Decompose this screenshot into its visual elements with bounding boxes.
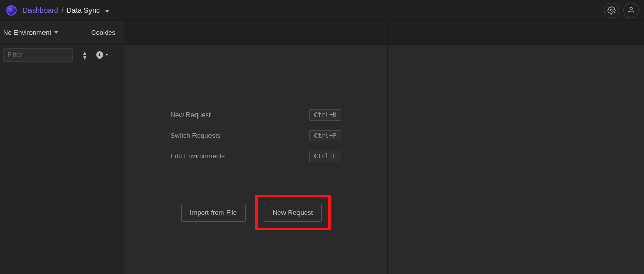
- empty-state-actions: Import from File New Request: [181, 195, 331, 230]
- gear-icon: [607, 6, 616, 15]
- app-logo: [5, 4, 18, 17]
- plus-icon: +: [96, 51, 103, 59]
- response-pane: [388, 21, 644, 274]
- request-pane: New Request Ctrl+N Switch Requests Ctrl+…: [124, 21, 388, 274]
- shortcut-label: New Request: [171, 111, 310, 119]
- response-tabbar: [388, 21, 644, 45]
- empty-state: New Request Ctrl+N Switch Requests Ctrl+…: [124, 45, 387, 274]
- environment-label: No Environment: [3, 28, 51, 36]
- chevron-down-icon: [105, 10, 109, 13]
- sidebar-tools: ▴▾ +: [0, 45, 124, 65]
- svg-point-0: [610, 9, 612, 11]
- breadcrumb: Dashboard / Data Sync: [23, 6, 109, 15]
- shortcut-label: Switch Requests: [171, 132, 310, 139]
- chevron-down-icon: [105, 54, 108, 56]
- logo-icon: [6, 5, 17, 16]
- shortcut-label: Edit Environments: [171, 152, 310, 160]
- sort-icon: ▴▾: [83, 50, 85, 61]
- filter-input[interactable]: [3, 48, 73, 62]
- shortcut-list: New Request Ctrl+N Switch Requests Ctrl+…: [171, 109, 341, 171]
- app-header: Dashboard / Data Sync: [0, 0, 644, 21]
- new-request-button[interactable]: New Request: [264, 204, 322, 222]
- environment-selector[interactable]: No Environment: [3, 28, 62, 36]
- highlight-annotation: New Request: [255, 195, 331, 230]
- cookies-button[interactable]: Cookies: [85, 28, 122, 36]
- sort-button[interactable]: ▴▾: [78, 49, 91, 61]
- breadcrumb-current-label: Data Sync: [66, 6, 100, 15]
- breadcrumb-root[interactable]: Dashboard: [23, 6, 58, 15]
- breadcrumb-separator: /: [62, 6, 64, 15]
- shortcut-keys: Ctrl+N: [309, 109, 341, 121]
- shortcut-keys: Ctrl+P: [309, 130, 341, 141]
- sidebar: No Environment Cookies ▴▾ +: [0, 21, 124, 274]
- workspace: No Environment Cookies ▴▾ +: [0, 21, 644, 274]
- user-icon: [627, 6, 635, 15]
- shortcut-row: New Request Ctrl+N: [171, 109, 341, 121]
- settings-button[interactable]: [604, 3, 619, 18]
- breadcrumb-current[interactable]: Data Sync: [66, 6, 109, 15]
- shortcut-keys: Ctrl+E: [309, 151, 341, 162]
- shortcut-row: Switch Requests Ctrl+P: [171, 130, 341, 141]
- shortcut-row: Edit Environments Ctrl+E: [171, 151, 341, 162]
- add-button[interactable]: +: [96, 49, 108, 61]
- account-button[interactable]: [623, 3, 639, 18]
- chevron-down-icon: [54, 31, 58, 34]
- request-tabbar: [124, 21, 387, 45]
- sidebar-top-row: No Environment Cookies: [0, 21, 124, 45]
- svg-point-1: [630, 7, 632, 10]
- import-from-file-button[interactable]: Import from File: [181, 204, 246, 222]
